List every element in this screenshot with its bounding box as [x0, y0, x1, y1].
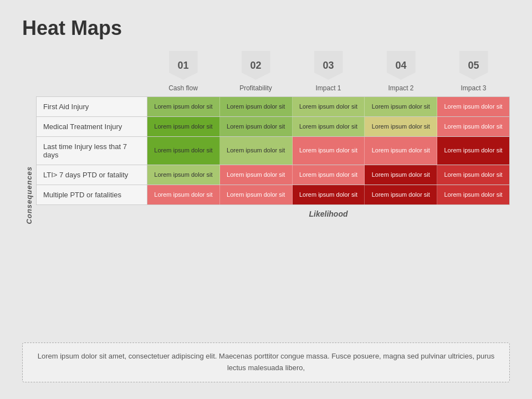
- cell-5-5: Lorem ipsum dolor sit: [437, 185, 509, 204]
- cell-2-5: Lorem ipsum dolor sit: [437, 117, 509, 136]
- col-header-2: 02 Profitability: [219, 51, 292, 96]
- footer-box: Lorem ipsum dolor sit amet, consectetuer…: [22, 342, 510, 382]
- col-header-5: 05 Impact 3: [437, 51, 510, 96]
- col-label-1: Cash flow: [167, 82, 199, 96]
- col-label-5: Impact 3: [459, 82, 487, 96]
- cell-2-2: Lorem ipsum dolor sit: [220, 117, 293, 136]
- badge-2: 02: [242, 51, 270, 80]
- table-row: First Aid InjuryLorem ipsum dolor sitLor…: [37, 97, 509, 117]
- badge-5: 05: [459, 51, 488, 80]
- cell-2-1: Lorem ipsum dolor sit: [147, 117, 220, 136]
- col-label-4: Impact 2: [387, 82, 415, 96]
- cell-5-2: Lorem ipsum dolor sit: [220, 185, 293, 204]
- grid: First Aid InjuryLorem ipsum dolor sitLor…: [36, 96, 510, 205]
- table-area: 01 Cash flow 02 Profitability 03 Impact …: [36, 51, 510, 339]
- cell-3-1: Lorem ipsum dolor sit: [147, 137, 220, 165]
- header-row: 01 Cash flow 02 Profitability 03 Impact …: [36, 51, 510, 96]
- cell-1-2: Lorem ipsum dolor sit: [220, 97, 293, 116]
- cell-4-2: Lorem ipsum dolor sit: [220, 165, 293, 185]
- consequences-label: Consequences: [22, 51, 36, 339]
- cell-3-2: Lorem ipsum dolor sit: [220, 137, 293, 165]
- table-row: Medical Treatment InjuryLorem ipsum dolo…: [37, 117, 509, 137]
- cell-4-1: Lorem ipsum dolor sit: [147, 165, 220, 185]
- cell-2-4: Lorem ipsum dolor sit: [365, 117, 437, 136]
- row-label-4: LTI> 7 days PTD or fatality: [37, 165, 147, 185]
- cell-4-4: Lorem ipsum dolor sit: [365, 165, 437, 185]
- cell-1-4: Lorem ipsum dolor sit: [365, 97, 437, 116]
- col-label-3: Impact 1: [314, 82, 342, 96]
- row-label-2: Medical Treatment Injury: [37, 117, 147, 136]
- main-content: Consequences 01 Cash flow 02 Profitabili…: [22, 51, 510, 339]
- cell-1-1: Lorem ipsum dolor sit: [147, 97, 220, 116]
- col-header-4: 04 Impact 2: [365, 51, 437, 96]
- col-headers: 01 Cash flow 02 Profitability 03 Impact …: [147, 51, 510, 96]
- row-cells-3: Lorem ipsum dolor sitLorem ipsum dolor s…: [147, 137, 509, 165]
- cell-3-5: Lorem ipsum dolor sit: [437, 137, 509, 165]
- cell-3-4: Lorem ipsum dolor sit: [365, 137, 437, 165]
- cell-4-5: Lorem ipsum dolor sit: [437, 165, 509, 185]
- badge-3: 03: [314, 51, 343, 80]
- col-label-2: Profitability: [238, 82, 273, 96]
- row-label-1: First Aid Injury: [37, 97, 147, 116]
- cell-5-4: Lorem ipsum dolor sit: [365, 185, 437, 204]
- page: Heat Maps Consequences 01 Cash flow 02 P…: [0, 0, 532, 399]
- page-title: Heat Maps: [22, 17, 510, 40]
- col-header-1: 01 Cash flow: [147, 51, 219, 96]
- cell-3-3: Lorem ipsum dolor sit: [293, 137, 365, 165]
- row-cells-1: Lorem ipsum dolor sitLorem ipsum dolor s…: [147, 97, 509, 116]
- badge-4: 04: [387, 51, 416, 80]
- table-row: Last time Injury less that 7 daysLorem i…: [37, 137, 509, 165]
- cell-4-3: Lorem ipsum dolor sit: [293, 165, 365, 185]
- footer-text: Lorem ipsum dolor sit amet, consectetuer…: [38, 352, 494, 372]
- cell-5-1: Lorem ipsum dolor sit: [147, 185, 220, 204]
- likelihood-label: Likelihood: [147, 205, 510, 224]
- row-label-5: Multiple PTD or fatalities: [37, 185, 147, 204]
- row-label-3: Last time Injury less that 7 days: [37, 137, 147, 165]
- cell-5-3: Lorem ipsum dolor sit: [293, 185, 365, 204]
- row-cells-2: Lorem ipsum dolor sitLorem ipsum dolor s…: [147, 117, 509, 136]
- table-row: LTI> 7 days PTD or fatalityLorem ipsum d…: [37, 165, 509, 185]
- badge-1: 01: [169, 51, 198, 80]
- cell-1-5: Lorem ipsum dolor sit: [437, 97, 509, 116]
- cell-2-3: Lorem ipsum dolor sit: [293, 117, 365, 136]
- col-header-3: 03 Impact 1: [292, 51, 365, 96]
- row-cells-5: Lorem ipsum dolor sitLorem ipsum dolor s…: [147, 185, 509, 204]
- cell-1-3: Lorem ipsum dolor sit: [293, 97, 365, 116]
- row-cells-4: Lorem ipsum dolor sitLorem ipsum dolor s…: [147, 165, 509, 185]
- table-row: Multiple PTD or fatalitiesLorem ipsum do…: [37, 185, 509, 204]
